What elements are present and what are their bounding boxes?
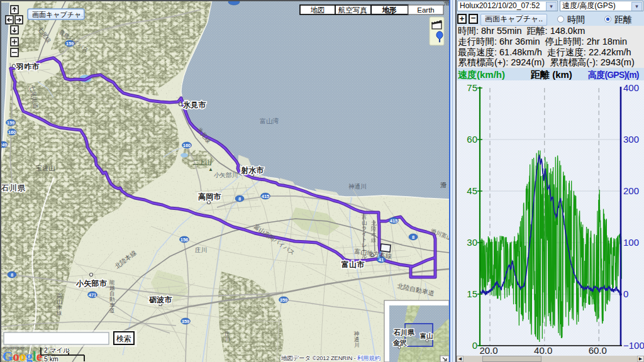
svg-text:471: 471 — [89, 292, 97, 298]
svg-text:▲: ▲ — [208, 167, 213, 172]
svg-text:神通川: 神通川 — [353, 331, 360, 348]
svg-text:宝達山: 宝達山 — [36, 165, 55, 172]
svg-text:60: 60 — [467, 134, 477, 145]
svg-text:30: 30 — [467, 237, 477, 248]
svg-text:石川県: 石川県 — [393, 329, 415, 336]
svg-text:160: 160 — [8, 129, 16, 135]
svg-text:航空写真: 航空写真 — [338, 6, 368, 14]
svg-text:神通川: 神通川 — [348, 183, 367, 190]
svg-text:415: 415 — [262, 194, 270, 199]
svg-text:156: 156 — [180, 237, 189, 243]
svg-text:Earth: Earth — [417, 6, 435, 14]
svg-text:小矢部川: 小矢部川 — [214, 172, 238, 178]
svg-text:20.0: 20.0 — [479, 345, 497, 356]
svg-text:地図データ ©2012 ZENRIN - 利用規約: 地図データ ©2012 ZENRIN - 利用規約 — [280, 354, 380, 361]
svg-text:庄川: 庄川 — [225, 331, 230, 343]
svg-text:砺波市: 砺波市 — [148, 295, 172, 304]
svg-text:滑: 滑 — [440, 182, 447, 189]
svg-text:40.0: 40.0 — [534, 345, 552, 356]
svg-text:8: 8 — [11, 272, 13, 278]
svg-text:100: 100 — [623, 237, 639, 248]
svg-text:金沢: 金沢 — [392, 339, 407, 346]
svg-text:北陸本線: 北陸本線 — [370, 220, 377, 243]
svg-text:能越自動車道: 能越自動車道 — [109, 279, 115, 314]
svg-text:高岡市: 高岡市 — [198, 192, 221, 201]
svg-text:富山: 富山 — [420, 332, 433, 339]
svg-text:200: 200 — [623, 185, 639, 196]
svg-text:石川県: 石川県 — [1, 184, 26, 192]
svg-text:0: 0 — [623, 288, 628, 299]
svg-text:45: 45 — [467, 185, 477, 196]
svg-text:8: 8 — [412, 234, 414, 240]
svg-text:15: 15 — [467, 288, 477, 299]
svg-text:地図: 地図 — [311, 6, 325, 14]
svg-text:画面キャプチャ...: 画面キャプチャ... — [32, 11, 87, 18]
svg-text:高山本線: 高山本線 — [56, 293, 62, 316]
svg-text:富山ライトレール: 富山ライトレール — [362, 214, 367, 260]
svg-text:160: 160 — [183, 143, 191, 148]
svg-text:Google: Google — [3, 349, 42, 362]
svg-text:庄川: 庄川 — [195, 246, 207, 253]
svg-text:0: 0 — [472, 340, 477, 351]
svg-text:75: 75 — [467, 82, 477, 93]
svg-text:2 マイル: 2 マイル — [44, 346, 70, 354]
svg-text:富山湾: 富山湾 — [260, 118, 279, 124]
svg-text:359: 359 — [280, 297, 288, 303]
svg-text:地形: 地形 — [382, 6, 397, 14]
svg-text:415: 415 — [390, 218, 398, 224]
svg-text:60.0: 60.0 — [589, 345, 607, 356]
svg-text:8: 8 — [238, 196, 241, 202]
svg-text:300: 300 — [623, 134, 639, 145]
svg-text:−100: −100 — [623, 340, 644, 351]
svg-text:射水市: 射水市 — [241, 166, 264, 175]
svg-text:小矢部市: 小矢部市 — [75, 279, 107, 288]
svg-text:400: 400 — [623, 82, 639, 93]
svg-text:富山市: 富山市 — [341, 260, 365, 269]
svg-text:二上山: 二上山 — [192, 159, 211, 166]
svg-text:羽咋市: 羽咋市 — [16, 62, 40, 71]
svg-text:159: 159 — [7, 120, 15, 126]
svg-text:検索: 検索 — [116, 334, 131, 343]
svg-text:359: 359 — [182, 319, 190, 324]
svg-text:氷見市: 氷見市 — [182, 101, 206, 109]
svg-text:5 km: 5 km — [44, 355, 58, 362]
